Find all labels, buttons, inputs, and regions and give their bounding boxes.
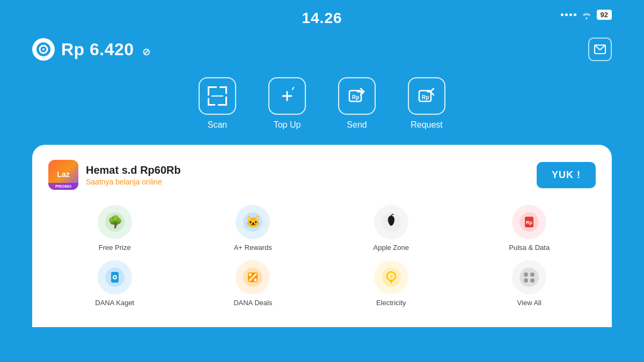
svg-text:Rp: Rp [352, 94, 359, 100]
action-row: Scan Top Up Rp Send Rp [0, 72, 644, 145]
send-label: Send [347, 120, 367, 130]
svg-point-28 [249, 274, 252, 276]
menu-item-apple-zone[interactable]: Apple Zone [325, 205, 458, 252]
svg-point-17 [387, 219, 390, 222]
svg-text:🌳: 🌳 [107, 215, 122, 229]
dana-deals-label: DANA Deals [233, 299, 272, 307]
promo-logo-badge: PROMO [48, 183, 78, 190]
free-prize-icon: 🌳 [98, 205, 132, 239]
svg-text:Rp: Rp [422, 94, 429, 100]
dana-logo [32, 38, 55, 61]
status-icons: 92 [561, 10, 612, 20]
free-prize-label: Free Prize [99, 243, 131, 252]
request-button[interactable]: Rp Request [408, 77, 445, 130]
request-icon-box: Rp [408, 77, 445, 115]
dana-kaget-label: DANA Kaget [95, 299, 134, 307]
topup-icon-box [268, 77, 306, 115]
a-plus-rewards-icon: 🐱 [236, 205, 270, 239]
promo-subtitle: Saatnya belanja online [86, 178, 181, 186]
a-plus-rewards-label: A+ Rewards [234, 243, 272, 252]
balance-amount: Rp 6.420 ⊘ [61, 40, 151, 60]
svg-point-36 [524, 278, 528, 283]
balance-left: Rp 6.420 ⊘ [32, 38, 151, 61]
battery-indicator: 92 [597, 10, 612, 20]
menu-item-pulsa-data[interactable]: Rp Pulsa & Data [463, 205, 596, 252]
eye-icon[interactable]: ⊘ [142, 47, 151, 57]
menu-item-dana-kaget[interactable]: DANA Kaget [48, 260, 181, 307]
scan-button[interactable]: Scan [199, 77, 236, 130]
pulsa-data-label: Pulsa & Data [509, 243, 550, 252]
dana-kaget-icon [98, 260, 132, 294]
svg-point-2 [42, 48, 45, 50]
promo-left: Laz PROMO Hemat s.d Rp60Rb Saatnya belan… [48, 160, 181, 190]
balance-row: Rp 6.420 ⊘ [0, 32, 644, 72]
svg-point-29 [254, 279, 257, 282]
dana-deals-icon [236, 260, 270, 294]
menu-item-electricity[interactable]: Electricity [325, 260, 458, 307]
svg-point-24 [114, 276, 116, 278]
svg-text:🐱: 🐱 [246, 215, 261, 229]
menu-item-view-all[interactable]: View All [463, 260, 596, 307]
status-bar: 14.26 92 [0, 0, 644, 32]
menu-item-a-plus-rewards[interactable]: 🐱 A+ Rewards [187, 205, 320, 252]
svg-point-35 [530, 272, 535, 277]
scan-icon-box [199, 77, 236, 115]
promo-title: Hemat s.d Rp60Rb [86, 164, 181, 176]
menu-item-dana-deals[interactable]: DANA Deals [187, 260, 320, 307]
request-label: Request [411, 120, 443, 130]
send-button[interactable]: Rp Send [338, 77, 376, 130]
menu-grid: 🌳 Free Prize 🐱 A+ Rewards [48, 205, 596, 307]
topup-button[interactable]: Top Up [268, 77, 306, 130]
electricity-label: Electricity [376, 299, 406, 307]
scan-icon [208, 86, 227, 106]
view-all-icon [512, 260, 546, 294]
apple-zone-label: Apple Zone [374, 243, 409, 252]
wifi-icon [581, 11, 592, 19]
svg-point-33 [519, 268, 539, 287]
mail-button[interactable] [588, 38, 612, 61]
topup-label: Top Up [274, 120, 301, 130]
yuk-button[interactable]: YUK ! [537, 162, 596, 188]
svg-point-37 [530, 278, 535, 283]
signal-icon [561, 13, 576, 16]
electricity-icon [374, 260, 408, 294]
main-card: Laz PROMO Hemat s.d Rp60Rb Saatnya belan… [32, 145, 612, 327]
svg-point-34 [524, 272, 528, 277]
view-all-label: View All [517, 299, 541, 307]
menu-item-free-prize[interactable]: 🌳 Free Prize [48, 205, 181, 252]
promo-text: Hemat s.d Rp60Rb Saatnya belanja online [86, 164, 181, 186]
promo-banner: Laz PROMO Hemat s.d Rp60Rb Saatnya belan… [48, 160, 596, 190]
time-display: 14.26 [302, 10, 342, 27]
apple-zone-icon [374, 205, 408, 239]
promo-logo-text: Laz [57, 171, 69, 179]
svg-text:Rp: Rp [526, 220, 532, 225]
svg-point-30 [382, 268, 401, 287]
send-icon-box: Rp [338, 77, 376, 115]
promo-logo: Laz PROMO [48, 160, 78, 190]
scan-label: Scan [208, 120, 227, 130]
pulsa-data-icon: Rp [512, 205, 546, 239]
